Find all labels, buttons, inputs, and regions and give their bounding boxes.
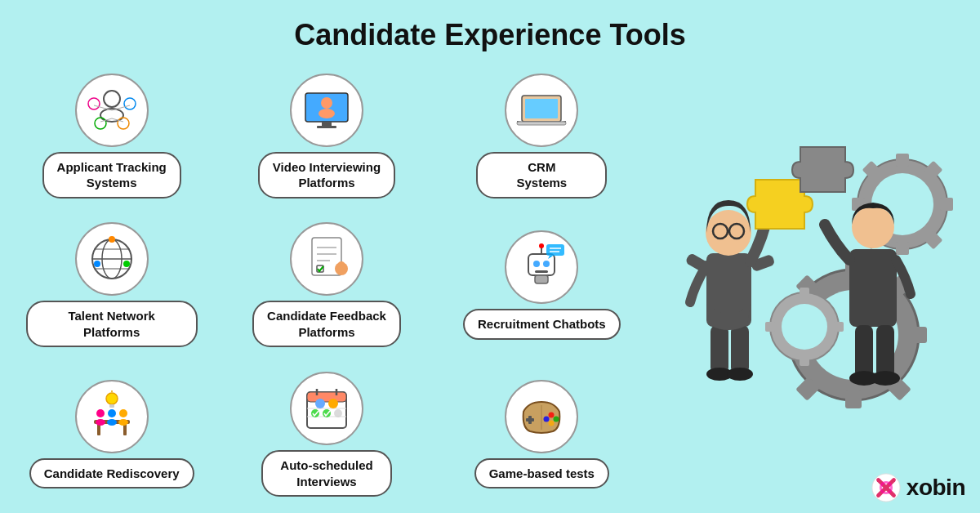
tools-grid: Applicant TrackingSystems Video Intervie… xyxy=(0,57,653,513)
tool-crm-systems: CRMSystems xyxy=(439,65,645,207)
svg-point-115 xyxy=(871,371,900,386)
tool-auto-scheduled: Auto-scheduledInterviews xyxy=(223,364,430,505)
svg-rect-39 xyxy=(546,244,564,256)
tool-video-interviewing: Video InterviewingPlatforms xyxy=(223,65,430,207)
tool-candidate-feedback: Candidate FeedbackPlatforms xyxy=(223,215,430,356)
talent-network-icon xyxy=(75,222,149,296)
svg-rect-98 xyxy=(765,322,775,332)
svg-rect-44 xyxy=(97,424,100,435)
svg-rect-16 xyxy=(525,99,558,118)
auto-scheduled-icon xyxy=(290,372,363,445)
tool-game-based: Game-based tests xyxy=(439,364,645,505)
svg-point-109 xyxy=(727,368,753,381)
video-interviewing-icon xyxy=(290,74,363,147)
svg-point-0 xyxy=(104,91,120,107)
svg-rect-76 xyxy=(845,390,862,408)
svg-point-50 xyxy=(119,409,127,417)
talent-network-label: Talent Network Platforms xyxy=(26,301,198,347)
svg-point-69 xyxy=(554,416,559,422)
illustration-svg xyxy=(641,74,968,466)
svg-rect-56 xyxy=(307,392,346,402)
svg-point-5 xyxy=(118,118,129,129)
xobin-text: xobin xyxy=(906,475,965,501)
svg-point-24 xyxy=(94,261,100,267)
svg-rect-96 xyxy=(800,356,809,366)
recruitment-chatbots-label: Recruitment Chatbots xyxy=(463,309,621,340)
svg-point-47 xyxy=(96,419,105,426)
svg-rect-17 xyxy=(517,122,566,125)
crm-systems-label: CRMSystems xyxy=(476,152,607,199)
svg-rect-95 xyxy=(800,288,809,297)
svg-point-2 xyxy=(88,98,100,109)
svg-point-25 xyxy=(123,261,130,267)
svg-point-51 xyxy=(118,419,128,426)
svg-point-62 xyxy=(328,399,338,408)
svg-point-49 xyxy=(107,419,117,426)
svg-point-46 xyxy=(96,409,105,417)
svg-point-52 xyxy=(106,393,118,404)
svg-point-11 xyxy=(321,97,332,109)
svg-point-34 xyxy=(533,261,540,267)
svg-point-4 xyxy=(95,118,106,129)
candidate-rediscovery-label: Candidate Rediscovery xyxy=(29,458,194,489)
svg-rect-107 xyxy=(731,325,749,374)
game-based-label: Game-based tests xyxy=(474,458,609,489)
svg-point-68 xyxy=(549,412,555,417)
applicant-tracking-label: Applicant TrackingSystems xyxy=(42,152,181,199)
svg-point-48 xyxy=(108,409,116,417)
svg-rect-86 xyxy=(896,242,909,255)
candidate-feedback-label: Candidate FeedbackPlatforms xyxy=(252,301,401,347)
xobin-logo: xobin xyxy=(871,472,965,503)
svg-rect-97 xyxy=(834,322,844,332)
svg-rect-67 xyxy=(526,418,534,422)
svg-point-111 xyxy=(852,206,894,248)
svg-rect-14 xyxy=(317,126,336,128)
svg-rect-77 xyxy=(909,327,927,343)
svg-point-32 xyxy=(338,261,345,268)
svg-point-63 xyxy=(311,409,319,417)
svg-rect-113 xyxy=(876,325,894,378)
svg-point-70 xyxy=(544,416,550,422)
svg-point-38 xyxy=(539,243,544,248)
tool-talent-network: Talent Network Platforms xyxy=(8,215,215,356)
svg-rect-53 xyxy=(109,404,114,408)
xobin-logo-icon xyxy=(871,472,902,503)
svg-rect-112 xyxy=(855,325,873,378)
svg-point-35 xyxy=(543,261,550,267)
svg-point-65 xyxy=(334,409,342,417)
svg-point-64 xyxy=(323,409,331,417)
svg-rect-45 xyxy=(123,424,127,435)
svg-point-71 xyxy=(549,420,555,426)
candidate-rediscovery-icon xyxy=(75,380,149,453)
svg-point-3 xyxy=(124,98,136,109)
svg-point-12 xyxy=(318,109,335,118)
svg-point-23 xyxy=(109,236,115,243)
svg-rect-110 xyxy=(849,249,897,327)
svg-rect-42 xyxy=(535,275,548,283)
illustration-panel xyxy=(629,49,980,490)
svg-rect-106 xyxy=(710,325,728,374)
svg-rect-13 xyxy=(322,122,332,126)
tool-candidate-rediscovery: Candidate Rediscovery xyxy=(8,364,215,505)
auto-scheduled-label: Auto-scheduledInterviews xyxy=(261,450,392,497)
tool-applicant-tracking: Applicant TrackingSystems xyxy=(8,65,215,207)
recruitment-chatbots-icon xyxy=(505,230,578,304)
game-based-icon xyxy=(505,380,578,453)
svg-rect-87 xyxy=(940,198,953,211)
svg-point-1 xyxy=(100,109,123,122)
applicant-tracking-icon xyxy=(75,74,149,147)
tool-recruitment-chatbots: Recruitment Chatbots xyxy=(439,215,645,356)
svg-point-94 xyxy=(782,304,827,350)
svg-rect-85 xyxy=(896,154,909,167)
candidate-feedback-icon xyxy=(290,222,363,296)
svg-rect-36 xyxy=(535,270,548,273)
svg-point-61 xyxy=(315,399,325,408)
video-interviewing-label: Video InterviewingPlatforms xyxy=(258,152,395,199)
crm-systems-icon xyxy=(505,74,578,147)
